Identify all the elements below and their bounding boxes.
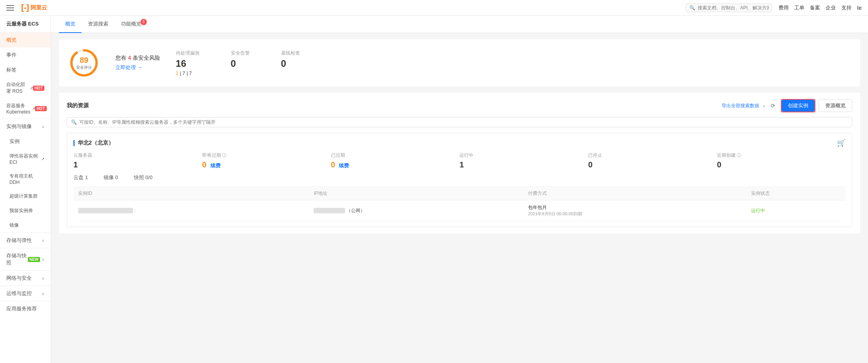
stat-alert-value: 0: [231, 58, 250, 69]
secondary-disk: 云盘 1: [73, 174, 88, 181]
sidebar: 云服务器 ECS 概览 事件 标签 自动化部署 ROS ↗ HOT 容器服务 K…: [0, 16, 51, 363]
sidebar-item-overview[interactable]: 概览: [0, 33, 51, 48]
region-header: 华北2（北京） 🛒: [73, 139, 846, 147]
resource-overview-button[interactable]: 资源概览: [819, 99, 852, 112]
sidebar-item-ros[interactable]: 自动化部署 ROS ↗ HOT: [0, 77, 51, 99]
instance-id-colon: :: [134, 208, 135, 213]
search-icon: 🔍: [689, 5, 695, 11]
tab-overview[interactable]: 概览: [59, 16, 82, 33]
sidebar-group-storage-snapshot: 存储与快照 NEW ∨: [0, 248, 51, 270]
cell-instance-id: :: [73, 200, 309, 221]
status-badge: 运行中: [751, 208, 765, 213]
secondary-image: 镜像 0: [104, 174, 118, 181]
create-btn-highlight: 创建实例: [781, 99, 815, 112]
logo-bracket: [-]: [21, 3, 29, 12]
sidebar-group-ops-monitor-header[interactable]: 运维与监控 ∨: [0, 286, 51, 301]
export-chevron-icon[interactable]: ∨: [762, 104, 765, 108]
global-search-input[interactable]: [698, 5, 769, 11]
region-stat-expiring: 即将过期 ⓘ 0 续费: [202, 152, 331, 169]
stat-baseline-label: 基线检查: [281, 50, 300, 57]
resource-search-icon: 🔍: [71, 119, 77, 125]
hamburger-menu[interactable]: [6, 4, 14, 12]
tab-resource-search[interactable]: 资源搜索: [82, 16, 115, 33]
chevron-down-icon-4: ∨: [42, 276, 44, 280]
content-area: 89 安全评分 您有 4 条安全风险 立即处理 → 待处理漏: [51, 33, 868, 240]
blurred-instance-id: [78, 208, 133, 213]
instance-table-body: : （公网） 包年包月 2021年8月9日 00:00:00到期: [73, 200, 846, 221]
region-indicator: [73, 140, 75, 146]
stat-vulnerability-label: 待处理漏洞: [176, 50, 199, 57]
tab-feature-overview[interactable]: 功能概览 6: [115, 16, 148, 33]
risk-count: 4: [128, 55, 131, 61]
refresh-button[interactable]: ⟳: [768, 101, 778, 110]
logo[interactable]: [-] 阿里云: [21, 3, 47, 12]
sidebar-title: 云服务器 ECS: [0, 16, 51, 33]
region-stats: 云服务器 1 即将过期 ⓘ 0 续费: [73, 152, 846, 169]
expiring-info-icon: ⓘ: [222, 153, 227, 158]
vuln-high[interactable]: 7: [183, 71, 185, 76]
badge-hot-k8s: HOT: [35, 106, 46, 111]
nav-user-avatar[interactable]: Ie: [857, 5, 862, 11]
create-instance-button[interactable]: 创建实例: [782, 100, 815, 112]
region-stat-servers: 云服务器 1: [73, 152, 202, 169]
cell-status: 运行中: [746, 200, 846, 221]
col-payment: 付费方式: [523, 187, 746, 200]
region-section: 华北2（北京） 🛒 云服务器 1 即将过期 ⓘ: [67, 133, 852, 227]
region-stat-running-label: 运行中: [459, 152, 588, 159]
resource-search-input[interactable]: [79, 119, 848, 125]
blurred-ip: [314, 208, 345, 213]
sidebar-group-network-security-header[interactable]: 网络与安全 ∨: [0, 271, 51, 286]
nav-link-ticket[interactable]: 工单: [794, 4, 804, 11]
region-secondary-stats: 云盘 1 镜像 0 快照 0/0: [73, 174, 846, 181]
expired-renew-link[interactable]: 续费: [339, 163, 349, 169]
expiring-renew-link[interactable]: 续费: [210, 163, 221, 169]
nav-link-enterprise[interactable]: 企业: [826, 4, 836, 11]
sidebar-item-ddh[interactable]: 专有宿主机 DDH: [0, 169, 51, 189]
cart-icon[interactable]: 🛒: [837, 139, 846, 147]
secondary-snapshot: 快照 0/0: [134, 174, 153, 181]
recent-info-icon: ⓘ: [737, 153, 741, 158]
sidebar-group-recommend-header[interactable]: 应用服务推荐: [0, 301, 51, 316]
main-layout: 云服务器 ECS 概览 事件 标签 自动化部署 ROS ↗ HOT 容器服务 K…: [0, 16, 868, 363]
instance-table: 实例ID IP地址 付费方式 实例状态 :: [73, 187, 846, 221]
sidebar-item-k8s[interactable]: 容器服务 Kubernetes ↗ HOT: [0, 99, 51, 119]
sidebar-item-images[interactable]: 镜像: [0, 218, 51, 233]
region-stat-recent: 近期创建 ⓘ 0: [717, 152, 846, 169]
nav-link-support[interactable]: 支持: [841, 4, 852, 11]
stat-vulnerabilities: 待处理漏洞 16 2| 7| 7: [176, 50, 199, 76]
instance-table-header-row: 实例ID IP地址 付费方式 实例状态: [73, 187, 846, 200]
chevron-down-icon: ∧: [42, 125, 44, 129]
handle-link[interactable]: 立即处理 →: [115, 64, 160, 71]
region-stat-expiring-value: 0 续费: [202, 160, 331, 169]
resources-card: 我的资源 导出全部搜索数据 ∨ ⟳ 创建实例 资源概览: [59, 93, 860, 233]
col-instance-id: 实例ID: [73, 187, 309, 200]
stat-baseline-value: 0: [281, 58, 300, 69]
sidebar-group-storage-elastic: 存储与弹性 ∨: [0, 233, 51, 248]
sidebar-group-storage-elastic-header[interactable]: 存储与弹性 ∨: [0, 233, 51, 248]
stat-baseline: 基线检查 0: [281, 50, 300, 76]
sidebar-item-eci[interactable]: 弹性容器实例 ECI ↗: [0, 149, 51, 169]
sidebar-item-events[interactable]: 事件: [0, 48, 51, 62]
resources-header: 我的资源 导出全部搜索数据 ∨ ⟳ 创建实例 资源概览: [67, 99, 852, 112]
cell-ip: （公网）: [309, 200, 523, 221]
sidebar-item-tags[interactable]: 标签: [0, 62, 51, 77]
vuln-critical[interactable]: 2: [176, 71, 179, 76]
export-link[interactable]: 导出全部搜索数据: [722, 103, 759, 109]
score-number: 89: [76, 56, 92, 65]
sidebar-group-instances-header[interactable]: 实例与镜像 ∧: [0, 119, 51, 134]
nav-link-fees[interactable]: 费用: [778, 4, 789, 11]
sidebar-item-hpc[interactable]: 超级计算集群: [0, 189, 51, 204]
stat-alerts: 安全告警 0: [231, 50, 250, 76]
vuln-medium[interactable]: 7: [189, 71, 192, 76]
score-inner: 89 安全评分: [76, 56, 92, 70]
region-stat-stopped-label: 已停止: [588, 152, 717, 159]
chevron-down-icon-3: ∨: [42, 257, 44, 262]
sidebar-item-instance[interactable]: 实例: [0, 134, 51, 149]
top-navbar: [-] 阿里云 🔍 费用 工单 备案 企业 支持 Ie: [0, 0, 868, 16]
global-search[interactable]: 🔍: [686, 4, 772, 12]
badge-new: NEW: [28, 257, 40, 262]
sidebar-item-reserved[interactable]: 预留实例券: [0, 204, 51, 218]
security-risk-info: 您有 4 条安全风险 立即处理 →: [115, 55, 160, 71]
sidebar-group-storage-snapshot-header[interactable]: 存储与快照 NEW ∨: [0, 248, 51, 270]
nav-link-icp[interactable]: 备案: [810, 4, 820, 11]
